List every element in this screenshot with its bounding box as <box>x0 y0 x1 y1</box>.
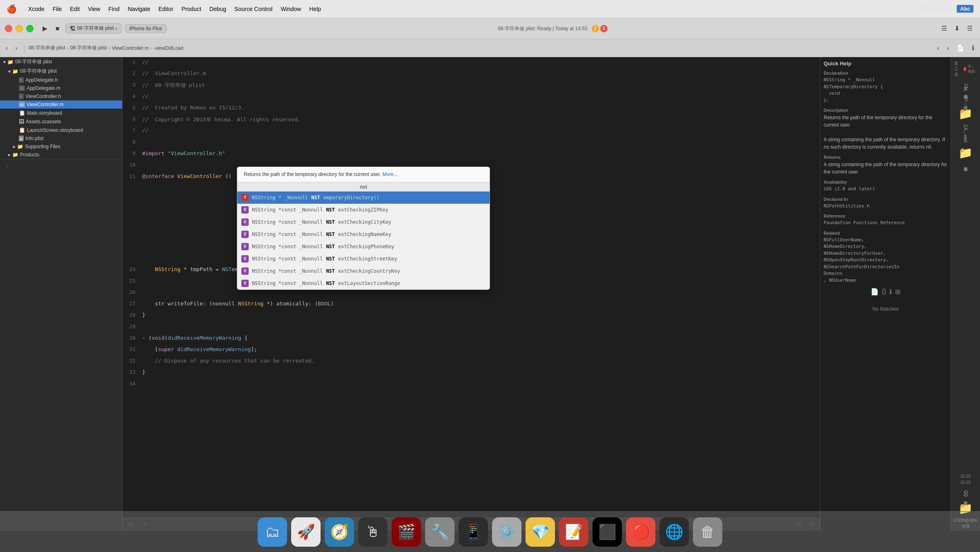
qh-doc-icon[interactable]: 📄 <box>871 288 879 296</box>
rl-item-qq[interactable]: QQ 框架 <box>962 489 969 499</box>
menu-find[interactable]: Find <box>108 6 119 12</box>
apple-menu[interactable]: 🍎 <box>7 4 17 14</box>
qh-related: NSFullUserName,NSHomeDirectory,NSHomeDir… <box>824 237 947 284</box>
ac-badge-v-1: V <box>241 206 249 214</box>
next-issue[interactable]: › <box>944 43 951 53</box>
qh-braces-icon[interactable]: {} <box>882 288 886 296</box>
menu-xcode[interactable]: Xcode <box>28 6 45 12</box>
menu-file[interactable]: File <box>53 6 62 12</box>
qh-declaration-section: Declaration NSString * _NonnullNSTempora… <box>824 71 947 104</box>
back-button[interactable]: ‹ <box>3 43 10 53</box>
sidebar-item-appdelegate-h[interactable]: h AppDelegate.h <box>0 76 122 84</box>
breadcrumb-item-4[interactable]: -viewDidLoad <box>154 45 183 51</box>
dock-browser[interactable]: 🌐 <box>659 517 689 547</box>
ac-item-7[interactable]: V NSString *const _Nonnull NSTextLayoutS… <box>237 277 490 289</box>
close-button[interactable] <box>5 25 12 32</box>
minimize-button[interactable] <box>16 25 23 32</box>
breadcrumb-item-2[interactable]: 08-字符串做 plist <box>70 45 107 51</box>
menu-editor[interactable]: Editor <box>158 6 174 12</box>
sidebar-item-assets[interactable]: 🖼 Assets.xcassets <box>0 117 122 126</box>
qh-related-label: Related <box>824 231 947 236</box>
dock-launchpad[interactable]: 🚀 <box>291 517 321 547</box>
utilities-toggle[interactable]: ☰ <box>964 23 975 34</box>
menu-help[interactable]: Help <box>309 6 321 12</box>
dock-finder[interactable]: 🗂 <box>258 517 287 547</box>
sidebar-item-products[interactable]: ▸ 📁 Products <box>0 151 122 159</box>
dock-mouse[interactable]: 🖱 <box>358 517 388 547</box>
error-badge: 2 <box>600 25 608 32</box>
sidebar-item-viewcontroller-h[interactable]: h ViewController.h <box>0 92 122 100</box>
menu-navigate[interactable]: Navigate <box>128 6 150 12</box>
menu-edit[interactable]: Edit <box>70 6 80 12</box>
sidebar-item-supporting-files[interactable]: ▸ 📁 Supporting Files <box>0 142 122 151</box>
menu-source-control[interactable]: Source Control <box>234 6 272 12</box>
sidebar-item-launch-storyboard[interactable]: 📋 LaunchScreen.storyboard <box>0 126 122 134</box>
ac-item-3[interactable]: V NSString *const _Nonnull NSTextCheckin… <box>237 228 490 240</box>
qh-declaration-code: NSString * _NonnullNSTemporaryDirectory … <box>824 77 947 104</box>
menu-view[interactable]: View <box>88 6 100 12</box>
stop-button[interactable]: ■ <box>53 23 62 34</box>
ac-item-5[interactable]: V NSString *const _Nonnull NSTextCheckin… <box>237 253 490 265</box>
more-link[interactable]: More... <box>383 171 398 177</box>
debug-toggle[interactable]: ⬇ <box>952 23 962 34</box>
menu-product[interactable]: Product <box>182 6 201 12</box>
ac-item-4[interactable]: V NSString *const _Nonnull NSTextCheckin… <box>237 240 490 253</box>
qh-info-circle-icon[interactable]: ℹ <box>889 288 892 296</box>
dock-terminal[interactable]: ⬛ <box>592 517 622 547</box>
scheme-name: 08-字符串做 plist <box>77 25 114 32</box>
rl-item-3[interactable]: ZJL...etail <box>962 123 969 144</box>
sidebar-item-viewcontroller-m[interactable]: m ViewController.m <box>0 100 122 109</box>
menu-bar-right: 周四14:53:49 Abc <box>921 5 973 13</box>
run-button[interactable]: ▶ <box>40 23 50 34</box>
dock-paprika[interactable]: 📝 <box>559 517 588 547</box>
rl-item-2[interactable]: 07-（优化 <box>962 95 969 104</box>
fullscreen-button[interactable] <box>26 25 33 32</box>
doc-button[interactable]: 📄 <box>954 42 967 53</box>
menu-window[interactable]: Window <box>281 6 301 12</box>
qh-returns-label: Returns <box>824 155 947 160</box>
menu-debug[interactable]: Debug <box>209 6 226 12</box>
code-editor[interactable]: 1 // 2 // ViewController.m 3 // 08-字符串做 … <box>122 57 820 531</box>
qh-declared-section: Declared In NSPathUtilities.h <box>824 197 947 210</box>
qh-availability: iOS (2.0 and later) <box>824 186 947 193</box>
rl-item-1[interactable]: 第13...业组 <box>962 82 969 93</box>
dock-sketch[interactable]: 💎 <box>526 517 555 547</box>
sidebar-item-main-storyboard[interactable]: 📋 Main.storyboard <box>0 109 122 117</box>
ac-item-2[interactable]: V NSString *const _Nonnull NSTextCheckin… <box>237 216 490 228</box>
ac-item-6[interactable]: V NSString *const _Nonnull NSTextCheckin… <box>237 265 490 277</box>
device-selector[interactable]: iPhone 6s Plus <box>125 24 167 33</box>
sidebar-item-subfolder[interactable]: ▾ 📁 08-字符串做 plist <box>0 67 122 76</box>
folder-icon-right[interactable]: 📁 <box>958 107 973 120</box>
forward-button[interactable]: › <box>13 43 20 53</box>
breadcrumb-item-3[interactable]: ViewController.m <box>112 45 149 51</box>
rl-item-desktop[interactable]: 桌面 <box>962 162 969 165</box>
scheme-selector[interactable]: 🏗 08-字符串做 plist › <box>65 23 122 33</box>
title-status: 08-字符串做 plist: Ready | Today at 14:53 1 … <box>170 25 935 32</box>
autocomplete-popup[interactable]: Returns the path of the temporary direct… <box>237 167 490 290</box>
qh-returns-section: Returns A string containing the path of … <box>824 155 947 176</box>
qh-availability-section: Availability iOS (2.0 and later) <box>824 180 947 193</box>
info-button[interactable]: ℹ <box>969 42 977 53</box>
ac-item-0[interactable]: f NSString * _Nonnull NSTemporaryDirecto… <box>237 191 490 204</box>
dock-safari[interactable]: 🧭 <box>325 517 354 547</box>
sidebar-item-appdelegate-m[interactable]: m AppDelegate.m <box>0 84 122 92</box>
qh-grid-icon[interactable]: ⊞ <box>895 288 900 296</box>
toolbar-right: ‹ › 📄 ℹ <box>935 42 977 53</box>
folder-icon-right-2[interactable]: 📁 <box>958 146 973 160</box>
dock-tools[interactable]: 🔧 <box>425 517 454 547</box>
breadcrumb-item-1[interactable]: 08-字符串做 plist <box>29 45 65 51</box>
dock-ynab[interactable]: 🔴 <box>626 517 655 547</box>
qh-description-label: Description <box>824 108 947 113</box>
ac-item-1[interactable]: V NSString *const _Nonnull NSTextCheckin… <box>237 204 490 216</box>
sidebar-item-info-plist[interactable]: p Info.plist <box>0 134 122 142</box>
navigator-toggle[interactable]: ☰ <box>939 23 949 34</box>
dock-dvdplayer[interactable]: 🎬 <box>392 517 421 547</box>
dock-settings[interactable]: ⚙️ <box>492 517 521 547</box>
prev-issue[interactable]: ‹ <box>935 43 942 53</box>
folder-icon: 📁 <box>7 59 13 65</box>
add-file-button[interactable]: + <box>3 162 11 171</box>
sidebar-item-project[interactable]: ▾ 📁 08-字符串做 plist <box>0 57 122 67</box>
code-area[interactable]: 1 // 2 // ViewController.m 3 // 08-字符串做 … <box>122 57 820 518</box>
dock-trash[interactable]: 🗑 <box>693 517 722 547</box>
dock-iphone[interactable]: 📱 <box>459 517 488 547</box>
